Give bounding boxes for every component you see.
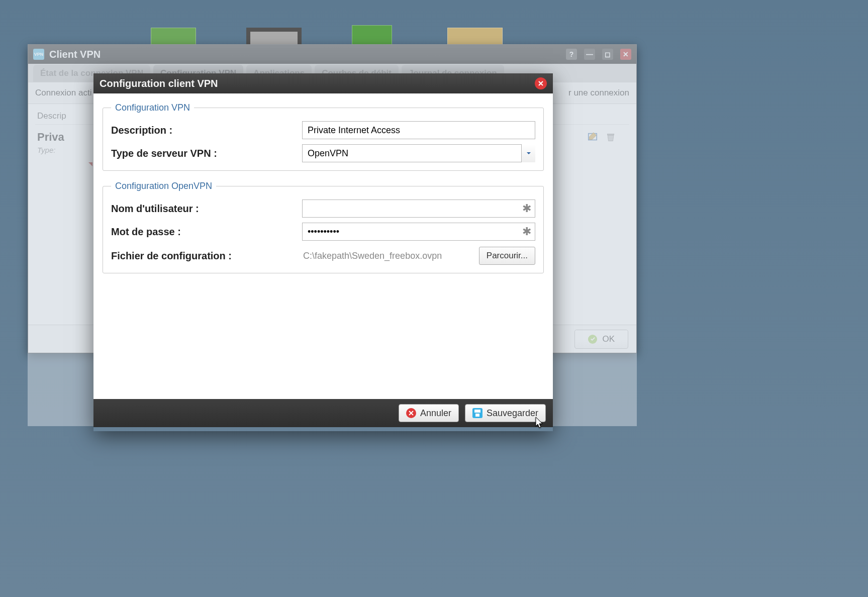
username-label: Nom d'utilisateur : — [111, 203, 302, 215]
ok-button[interactable]: OK — [574, 330, 628, 349]
ok-button-label: OK — [602, 334, 615, 344]
save-icon — [472, 408, 483, 418]
configfile-path: C:\fakepath\Sweden_freebox.ovpn — [302, 251, 479, 261]
server-type-label: Type de serveur VPN : — [111, 148, 302, 159]
maximize-button[interactable]: ◻ — [602, 49, 613, 60]
dialog-close-button[interactable] — [535, 77, 547, 89]
dialog-titlebar: Configuration client VPN — [93, 73, 553, 93]
username-input[interactable] — [302, 200, 535, 218]
password-label: Mot de passe : — [111, 226, 302, 238]
browse-button[interactable]: Parcourir... — [479, 247, 535, 265]
cancel-button-label: Annuler — [420, 408, 451, 419]
svg-rect-1 — [607, 134, 614, 135]
check-icon — [588, 335, 597, 344]
group-vpn-legend: Configuration VPN — [111, 103, 194, 113]
description-input[interactable] — [302, 121, 535, 139]
group-vpn-config: Configuration VPN Description : Type de … — [103, 103, 544, 171]
delete-icon[interactable] — [604, 131, 617, 144]
window-titlebar: VPN Client VPN ? — ◻ ✕ — [28, 45, 636, 64]
window-title: Client VPN — [49, 49, 101, 60]
dialog-title: Configuration client VPN — [100, 78, 218, 89]
chevron-down-icon[interactable] — [521, 144, 535, 162]
group-openvpn-legend: Configuration OpenVPN — [111, 181, 216, 191]
dialog-footer: Annuler Sauvegarder — [93, 399, 553, 427]
app-icon: VPN — [33, 49, 44, 60]
toolbar-right-text: r une connexion — [568, 88, 629, 98]
configfile-label: Fichier de configuration : — [111, 250, 302, 262]
description-label: Description : — [111, 125, 302, 136]
toolbar-left-text: Connexion acti — [35, 88, 91, 98]
cancel-button[interactable]: Annuler — [399, 404, 459, 422]
password-input[interactable] — [302, 223, 535, 241]
required-asterisk-icon: ✱ — [522, 202, 531, 215]
close-button[interactable]: ✕ — [620, 49, 631, 60]
cancel-icon — [406, 408, 416, 418]
minimize-button[interactable]: — — [584, 49, 595, 60]
save-button[interactable]: Sauvegarder — [465, 404, 546, 422]
vpn-config-dialog: Configuration client VPN Configuration V… — [93, 73, 553, 427]
group-openvpn-config: Configuration OpenVPN Nom d'utilisateur … — [103, 181, 544, 273]
server-type-select[interactable] — [302, 144, 535, 162]
save-button-label: Sauvegarder — [487, 408, 538, 419]
help-button[interactable]: ? — [566, 49, 577, 60]
active-indicator-icon — [88, 162, 92, 166]
required-asterisk-icon: ✱ — [522, 225, 531, 238]
edit-icon[interactable] — [586, 131, 599, 144]
